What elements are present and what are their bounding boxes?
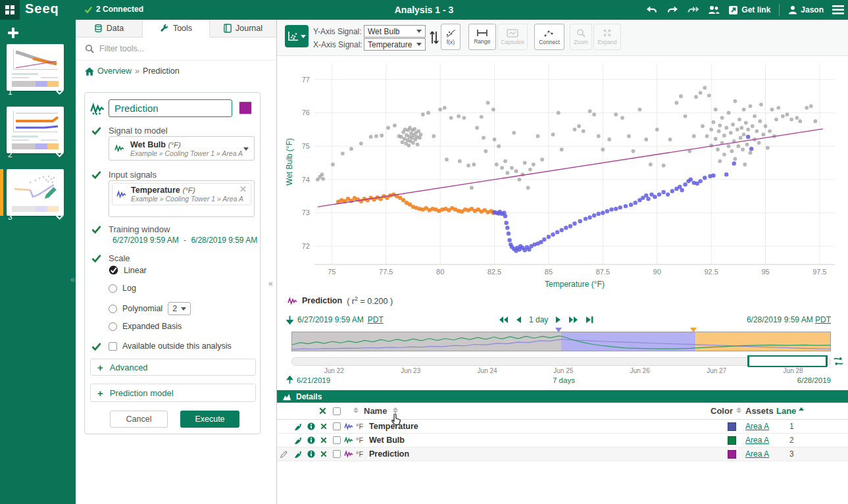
remove-icon[interactable] [320,420,327,433]
scale-option-log[interactable]: Log [109,284,136,293]
redo-button[interactable] [666,5,678,15]
fx-button[interactable]: f(x) [441,24,461,50]
trend-icon[interactable] [294,434,303,447]
y-axis-signal-select[interactable]: Wet Bulb [364,25,426,38]
select-all-checkbox[interactable] [333,403,341,419]
color-column-header[interactable]: Color [711,403,733,419]
trend-icon[interactable] [294,420,303,433]
color-swatch[interactable] [728,434,736,447]
row-checkbox[interactable] [333,434,341,447]
timezone-link[interactable]: PDT [815,315,831,324]
worksheet-3-thumbnail[interactable] [7,169,64,216]
details-row-prediction[interactable]: °F Prediction Area A 3 [277,447,848,461]
hamburger-menu[interactable] [832,5,844,14]
auto-update-icon[interactable] [834,356,843,366]
tab-journal[interactable]: Journal [210,20,276,37]
asset-link[interactable]: Area A [745,434,769,447]
item-name[interactable]: Wet Bulb [369,434,405,447]
add-worksheet-button[interactable] [7,26,20,39]
home-icon[interactable] [85,67,94,76]
asset-link[interactable]: Area A [745,447,769,461]
details-row-temperature[interactable]: °F Temperature Area A 1 [277,420,848,434]
training-end-link[interactable]: 6/28/2019 9:59 AM [191,236,257,245]
remove-icon[interactable] [320,447,327,461]
get-link-button[interactable]: Get link [728,5,770,15]
fast-redo-button[interactable] [687,5,699,15]
investigate-duration[interactable]: 7 days [553,376,575,384]
edit-icon[interactable] [280,447,288,461]
remove-signal-icon[interactable]: ✕ [239,184,247,194]
details-header[interactable]: Details [277,390,848,403]
worksheet-1-thumbnail[interactable] [7,44,64,91]
investigate-end-date[interactable]: 6/28/2019 [797,376,831,384]
rewind-icon[interactable] [499,316,509,324]
collapse-sidebar-handle[interactable]: « [70,275,75,284]
chart-type-button[interactable] [285,25,309,47]
name-column-header[interactable]: Name [364,403,387,419]
cancel-button[interactable]: Cancel [110,411,168,428]
scatter-chart[interactable]: 7577.58082.58587.59092.59597.57273747576… [284,59,845,291]
arrow-up-icon[interactable] [286,376,293,384]
execute-button[interactable]: Execute [180,411,239,428]
row-checkbox[interactable] [333,420,341,433]
step-duration-label[interactable]: 1 day [529,315,548,324]
undo-button[interactable] [646,5,658,15]
arrow-down-icon[interactable] [286,315,293,324]
timeline-strip[interactable] [291,332,831,351]
connection-status[interactable]: 2 Connected [84,5,143,14]
app-grid-button[interactable] [0,0,20,20]
scale-option-polynomial[interactable]: Polynomial 2 [109,302,191,315]
worksheet-2-thumbnail[interactable] [7,107,64,153]
user-menu[interactable]: Jason [788,5,824,14]
range-start-datetime[interactable]: 6/27/2019 9:59 AM [297,315,364,324]
fast-forward-icon[interactable] [568,316,578,324]
remove-icon[interactable] [320,434,327,447]
skip-to-end-icon[interactable] [586,316,593,324]
region-marker-orange[interactable] [690,328,697,332]
advanced-expander[interactable]: + Advanced [90,359,256,376]
swap-axes-button[interactable] [429,29,439,46]
checkbox[interactable] [109,342,117,351]
scale-option-linear[interactable]: Linear [109,265,147,275]
signal-to-model-dropdown[interactable]: Wet Bulb (°F) Example » Cooling Tower 1 … [109,136,255,161]
scale-option-expanded-basis[interactable]: Expanded Basis [109,322,182,331]
x-axis-signal-select[interactable]: Temperature [364,38,426,51]
info-icon[interactable] [307,447,315,461]
collapse-panel-handle[interactable]: « [268,279,273,288]
assets-column-header[interactable]: Assets [745,403,774,419]
chevron-down-icon[interactable] [55,152,64,157]
step-back-icon[interactable] [516,316,522,324]
region-marker-blue[interactable] [555,328,562,332]
tab-data[interactable]: Data [76,20,143,37]
available-outside-checkbox-row[interactable]: Available outside this analysis [109,341,232,351]
lane-column-header[interactable]: Lane [776,403,796,419]
color-swatch[interactable] [728,447,736,461]
breadcrumb-overview-link[interactable]: Overview [97,66,132,76]
asset-link[interactable]: Area A [745,420,769,433]
timeline-range-selector[interactable] [747,355,828,367]
tab-tools[interactable]: Tools [143,20,210,38]
trend-icon[interactable] [294,447,303,461]
range-button[interactable]: Range [468,24,496,50]
users-button[interactable] [708,5,720,14]
chevron-down-icon[interactable] [55,89,64,95]
step-forward-icon[interactable] [555,316,561,324]
filter-tools-input[interactable] [99,44,257,53]
remove-all-icon[interactable] [319,403,326,419]
chevron-down-icon[interactable] [55,214,64,220]
info-icon[interactable] [307,420,315,433]
timezone-link[interactable]: PDT [368,315,384,324]
info-icon[interactable] [307,434,315,447]
investigate-start-date[interactable]: 6/21/2019 [297,376,330,384]
row-checkbox[interactable] [333,447,341,461]
details-row-wet-bulb[interactable]: °F Wet Bulb Area A 2 [277,434,848,447]
training-start-link[interactable]: 6/27/2019 9:59 AM [112,236,179,245]
range-end-datetime[interactable]: 6/28/2019 9:59 AM [747,315,813,324]
color-picker-swatch[interactable] [239,101,252,114]
item-name[interactable]: Prediction [369,447,409,461]
tool-name-input[interactable] [109,99,232,117]
color-swatch[interactable] [728,420,736,433]
prediction-model-expander[interactable]: + Prediction model [90,384,256,402]
polynomial-order-select[interactable]: 2 [168,302,191,315]
connect-button[interactable]: Connect [534,24,564,50]
